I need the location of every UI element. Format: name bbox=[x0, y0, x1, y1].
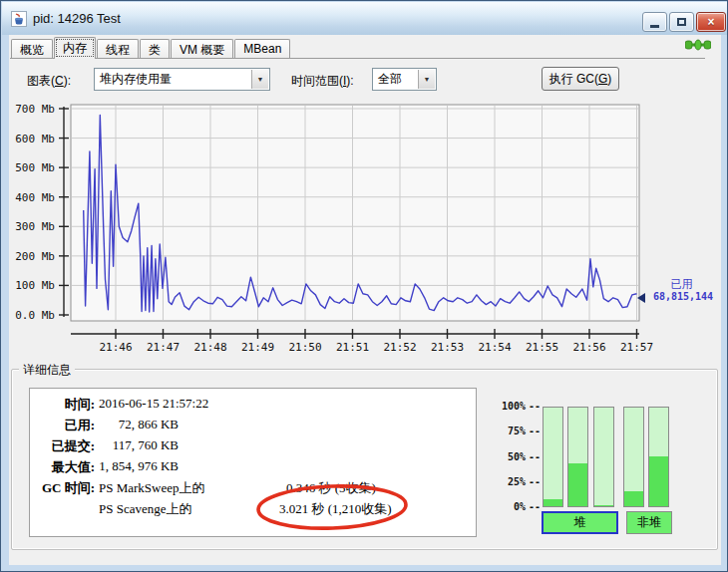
time-range-selected-value: 全部 bbox=[378, 72, 402, 86]
x-tick-label: 21:57 bbox=[615, 341, 659, 354]
series-marker-icon bbox=[637, 293, 645, 303]
chart-type-selected-value: 堆内存使用量 bbox=[100, 72, 172, 86]
y-tick-label: 200 Mb bbox=[3, 250, 55, 263]
detail-value: 117, 760 KB bbox=[99, 437, 179, 453]
x-tick-label: 21:52 bbox=[378, 341, 422, 354]
gauge-bar bbox=[623, 407, 644, 507]
close-icon: × bbox=[707, 15, 714, 29]
tab-线程[interactable]: 线程 bbox=[97, 39, 139, 59]
details-panel: 时间:2016-06-15 21:57:22已用:72, 866 KB已提交:1… bbox=[29, 388, 477, 537]
gc-detail-row: PS Scavenge上的3.021 秒 (1,210收集) bbox=[30, 500, 476, 517]
jconsole-window: pid: 14296 Test × 概览内存线程类VM 概要MBean 图表(C… bbox=[0, 0, 728, 572]
tab-VM 概要[interactable]: VM 概要 bbox=[171, 39, 233, 59]
detail-value: 1, 854, 976 KB bbox=[99, 458, 179, 474]
x-tick-label: 21:47 bbox=[142, 341, 185, 354]
y-tick-label: 500 Mb bbox=[3, 161, 55, 174]
tab-MBean[interactable]: MBean bbox=[234, 39, 290, 59]
gauge-tick-label: 75% bbox=[487, 426, 526, 436]
x-tick-label: 21:53 bbox=[426, 341, 470, 354]
detail-value: 2016-06-15 21:57:22 bbox=[99, 396, 208, 412]
tab-content-border bbox=[10, 58, 705, 59]
chart-select-label: 图表(C): bbox=[27, 73, 71, 90]
gauge-bar bbox=[543, 407, 563, 507]
y-tick-label: 600 Mb bbox=[3, 133, 55, 145]
detail-row: 已用:72, 866 KB bbox=[30, 417, 476, 433]
maximize-icon bbox=[677, 18, 686, 26]
gauge-tick-label: 25% bbox=[487, 476, 526, 487]
gc-detail-row: GC 时间:PS MarkSweep上的0.346 秒 (5收集) bbox=[30, 479, 476, 496]
tab-内存[interactable]: 内存 bbox=[54, 37, 96, 59]
detail-label: 最大值: bbox=[30, 458, 95, 476]
x-tick-label: 21:46 bbox=[94, 341, 138, 354]
x-tick-label: 21:49 bbox=[236, 341, 280, 354]
tab-概览[interactable]: 概览 bbox=[11, 39, 53, 59]
details-groupbox-title: 详细信息 bbox=[19, 362, 75, 379]
gauge-bar-fill bbox=[568, 463, 587, 506]
tab-bar: 概览内存线程类VM 概要MBean bbox=[11, 38, 291, 59]
detail-row: 已提交:117, 760 KB bbox=[30, 437, 476, 454]
time-range-label: 时间范围(I): bbox=[291, 73, 354, 90]
gauge-tick-label: 100% bbox=[487, 401, 526, 412]
close-button[interactable]: × bbox=[696, 12, 726, 32]
y-tick-label: 300 Mb bbox=[3, 220, 55, 233]
gauge-bar bbox=[593, 407, 614, 507]
y-tick-label: 700 Mb bbox=[3, 103, 55, 116]
non-heap-button[interactable]: 非堆 bbox=[626, 511, 672, 534]
gauge-tick-dash: -- bbox=[529, 401, 541, 412]
gauge-tick-label: 0% bbox=[487, 501, 526, 512]
x-tick-label: 21:51 bbox=[331, 341, 375, 354]
gc-time-value: 3.021 秒 (1,210收集) bbox=[279, 500, 392, 518]
y-tick-label: 400 Mb bbox=[3, 191, 55, 204]
detail-label: 已用: bbox=[30, 417, 95, 434]
detail-value: 72, 866 KB bbox=[99, 417, 179, 432]
gauge-bar bbox=[567, 407, 588, 507]
series-annotation-label: 已用 bbox=[654, 277, 709, 292]
series-annotation-value: 68,815,144 bbox=[647, 291, 719, 302]
minimize-button[interactable] bbox=[642, 12, 667, 32]
gc-collector-name: PS Scavenge上的 bbox=[99, 500, 192, 518]
x-tick-label: 21:48 bbox=[188, 341, 232, 354]
titlebar[interactable]: pid: 14296 Test × bbox=[2, 2, 727, 35]
java-app-icon bbox=[11, 11, 27, 27]
detail-label: GC 时间: bbox=[30, 479, 95, 497]
time-range-select[interactable]: 全部 ▼ bbox=[372, 68, 437, 91]
y-tick-label: 100 Mb bbox=[3, 279, 55, 292]
gauge-bar-fill bbox=[594, 505, 613, 506]
gc-collector-name: PS MarkSweep上的 bbox=[99, 479, 205, 497]
gauge-bar bbox=[648, 407, 669, 507]
gc-time-value: 0.346 秒 (5收集) bbox=[286, 479, 376, 497]
x-tick-label: 21:55 bbox=[521, 341, 564, 354]
x-tick-label: 21:50 bbox=[283, 341, 327, 354]
x-tick-label: 21:54 bbox=[473, 341, 517, 354]
heap-button[interactable]: 堆 bbox=[542, 511, 618, 534]
perform-gc-button[interactable]: 执行 GC(G) bbox=[542, 67, 619, 91]
gauge-tick-dash: -- bbox=[529, 451, 541, 462]
y-tick-label: 0.0 Mb bbox=[3, 309, 55, 322]
detail-row: 最大值:1, 854, 976 KB bbox=[30, 458, 476, 475]
gauge-bar-fill bbox=[624, 491, 643, 506]
tab-类[interactable]: 类 bbox=[140, 39, 170, 59]
x-tick-label: 21:56 bbox=[567, 341, 611, 354]
chevron-down-icon[interactable]: ▼ bbox=[251, 70, 268, 89]
detail-row: 时间:2016-06-15 21:57:22 bbox=[30, 396, 476, 413]
gauge-tick-dash: -- bbox=[529, 426, 541, 436]
detail-label: 已提交: bbox=[30, 437, 95, 455]
detail-label: 时间: bbox=[30, 396, 95, 414]
connection-status-icon bbox=[685, 38, 711, 56]
gauge-bar-fill bbox=[544, 499, 562, 506]
gauge-tick-dash: -- bbox=[529, 476, 541, 487]
gauge-tick-dash: -- bbox=[529, 501, 541, 512]
minimize-icon bbox=[650, 25, 659, 28]
maximize-button[interactable] bbox=[669, 12, 694, 32]
chevron-down-icon[interactable]: ▼ bbox=[418, 70, 435, 89]
window-title: pid: 14296 Test bbox=[33, 11, 121, 26]
gauge-bar-fill bbox=[649, 456, 668, 506]
gauge-tick-label: 50% bbox=[487, 451, 526, 462]
chart-type-select[interactable]: 堆内存使用量 ▼ bbox=[94, 68, 270, 91]
